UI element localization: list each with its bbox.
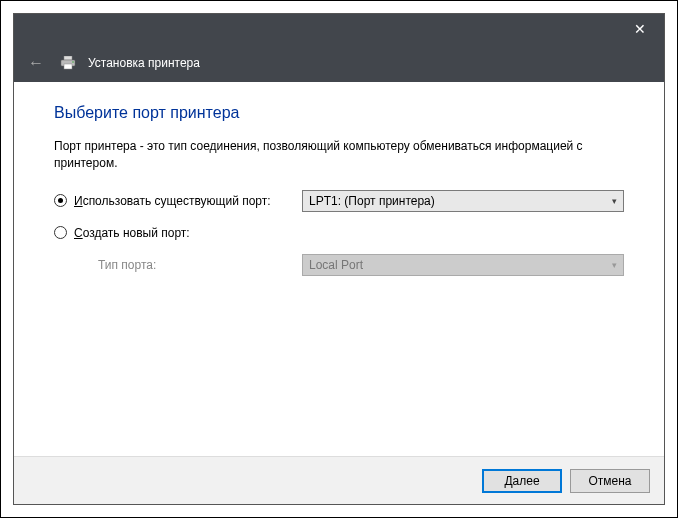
page-heading: Выберите порт принтера xyxy=(54,104,624,122)
svg-rect-2 xyxy=(64,64,72,69)
next-button[interactable]: Далее xyxy=(482,469,562,493)
content-area: Выберите порт принтера Порт принтера - э… xyxy=(14,82,664,456)
use-existing-row: Использовать существующий порт: LPT1: (П… xyxy=(54,190,624,212)
use-existing-label[interactable]: Использовать существующий порт: xyxy=(74,194,271,208)
outer-frame: ✕ ← Установка принтера Выберите порт при… xyxy=(0,0,678,518)
footer: Далее Отмена xyxy=(14,456,664,504)
port-type-select: Local Port ▾ xyxy=(302,254,624,276)
chevron-down-icon: ▾ xyxy=(612,260,617,270)
existing-port-value: LPT1: (Порт принтера) xyxy=(309,194,435,208)
svg-point-3 xyxy=(72,61,74,63)
close-icon[interactable]: ✕ xyxy=(624,17,656,41)
chevron-down-icon: ▾ xyxy=(612,196,617,206)
printer-icon xyxy=(60,56,76,70)
cancel-button[interactable]: Отмена xyxy=(570,469,650,493)
wizard-window: ✕ ← Установка принтера Выберите порт при… xyxy=(13,13,665,505)
create-new-radio[interactable] xyxy=(54,226,67,239)
existing-port-select[interactable]: LPT1: (Порт принтера) ▾ xyxy=(302,190,624,212)
port-type-value: Local Port xyxy=(309,258,363,272)
svg-rect-0 xyxy=(64,56,72,60)
titlebar: ✕ xyxy=(14,14,664,44)
window-header: ← Установка принтера xyxy=(14,44,664,82)
back-arrow-icon[interactable]: ← xyxy=(24,52,48,74)
create-new-row: Создать новый порт: xyxy=(54,226,624,240)
create-new-label[interactable]: Создать новый порт: xyxy=(74,226,190,240)
port-type-label: Тип порта: xyxy=(54,258,302,272)
port-type-row: Тип порта: Local Port ▾ xyxy=(54,254,624,276)
create-new-radio-group[interactable]: Создать новый порт: xyxy=(54,226,302,240)
use-existing-radio[interactable] xyxy=(54,194,67,207)
page-description: Порт принтера - это тип соединения, позв… xyxy=(54,138,624,172)
header-title: Установка принтера xyxy=(88,56,200,70)
use-existing-radio-group[interactable]: Использовать существующий порт: xyxy=(54,194,302,208)
